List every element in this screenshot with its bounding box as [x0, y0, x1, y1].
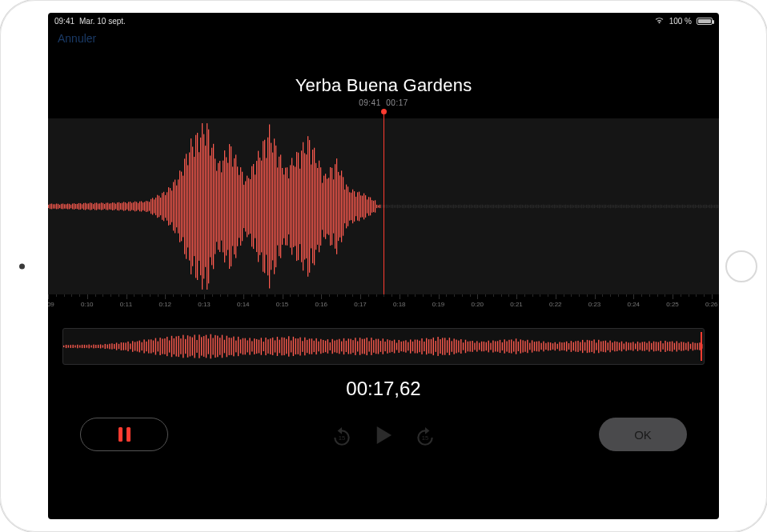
svg-rect-404: [695, 205, 696, 208]
svg-rect-401: [690, 205, 691, 208]
svg-rect-150: [288, 178, 289, 234]
svg-rect-537: [332, 339, 333, 354]
pause-button[interactable]: [80, 418, 168, 451]
home-button[interactable]: [725, 250, 757, 282]
svg-rect-463: [162, 338, 163, 354]
recording-title[interactable]: Yerba Buena Gardens: [48, 75, 719, 96]
svg-rect-414: [711, 205, 712, 209]
svg-rect-646: [582, 340, 583, 353]
svg-rect-563: [392, 341, 392, 352]
skip-back-15-button[interactable]: 15: [331, 426, 352, 447]
svg-rect-213: [389, 206, 390, 208]
svg-rect-471: [180, 338, 181, 354]
svg-rect-46: [122, 203, 122, 210]
svg-rect-4: [54, 204, 55, 208]
svg-rect-305: [536, 205, 537, 209]
svg-rect-189: [351, 193, 351, 220]
svg-rect-221: [402, 205, 403, 208]
svg-rect-95: [200, 138, 201, 275]
time-ruler[interactable]: 0:090:100:110:120:130:140:150:160:170:18…: [48, 294, 719, 315]
svg-rect-610: [500, 340, 500, 353]
svg-rect-283: [501, 205, 502, 207]
svg-rect-348: [605, 205, 606, 208]
svg-rect-695: [695, 343, 696, 350]
svg-rect-72: [163, 192, 164, 221]
svg-rect-265: [472, 205, 473, 207]
svg-rect-442: [114, 344, 114, 349]
svg-rect-662: [619, 342, 620, 350]
svg-rect-284: [503, 205, 504, 208]
svg-rect-193: [357, 192, 358, 220]
svg-rect-125: [248, 178, 249, 235]
svg-rect-218: [397, 205, 398, 209]
svg-rect-405: [697, 206, 697, 208]
svg-rect-154: [295, 167, 295, 246]
svg-rect-447: [125, 342, 126, 350]
svg-rect-390: [673, 205, 673, 208]
svg-rect-118: [237, 166, 238, 246]
svg-rect-86: [186, 154, 187, 258]
svg-rect-684: [669, 342, 670, 351]
svg-rect-92: [195, 135, 196, 278]
svg-rect-477: [194, 334, 195, 358]
cancel-button[interactable]: Annuler: [58, 32, 96, 45]
waveform-main[interactable]: [48, 118, 719, 294]
svg-rect-329: [575, 205, 576, 208]
svg-rect-597: [470, 341, 471, 351]
done-button[interactable]: OK: [599, 418, 687, 451]
svg-rect-176: [330, 167, 331, 246]
svg-rect-594: [463, 342, 464, 350]
ruler-minor-tick: [267, 294, 275, 315]
svg-rect-638: [564, 342, 564, 350]
svg-rect-68: [157, 195, 158, 218]
ipad-frame: 09:41 Mar. 10 sept. 100 % Annuler Yerba …: [0, 0, 767, 532]
svg-rect-285: [504, 205, 505, 208]
svg-rect-281: [498, 205, 499, 209]
svg-rect-90: [192, 146, 193, 266]
svg-rect-368: [637, 205, 638, 209]
svg-rect-421: [66, 345, 66, 348]
svg-rect-279: [495, 205, 496, 207]
svg-rect-36: [106, 203, 106, 210]
svg-rect-254: [455, 205, 456, 208]
svg-rect-70: [160, 198, 161, 215]
ruler-minor-tick: [189, 294, 197, 315]
svg-rect-282: [500, 205, 500, 208]
svg-rect-606: [490, 343, 491, 350]
svg-rect-234: [423, 206, 424, 208]
svg-rect-494: [233, 337, 234, 357]
svg-rect-677: [653, 342, 654, 352]
skip-forward-15-button[interactable]: 15: [415, 426, 436, 447]
svg-rect-593: [460, 339, 461, 354]
svg-rect-313: [549, 205, 550, 208]
status-bar: 09:41 Mar. 10 sept. 100 %: [48, 13, 719, 29]
playhead[interactable]: [384, 112, 384, 301]
play-button[interactable]: [375, 425, 392, 449]
svg-rect-564: [394, 340, 395, 354]
svg-rect-163: [309, 140, 310, 273]
svg-rect-316: [554, 205, 555, 209]
svg-rect-636: [559, 342, 560, 350]
svg-rect-295: [520, 205, 521, 209]
svg-rect-509: [267, 339, 268, 354]
waveform-overview[interactable]: [62, 328, 705, 365]
svg-rect-507: [263, 342, 264, 351]
svg-rect-216: [394, 205, 395, 208]
svg-rect-76: [170, 188, 171, 225]
svg-rect-225: [408, 205, 409, 209]
svg-rect-396: [682, 205, 683, 209]
svg-rect-359: [623, 205, 624, 208]
svg-rect-686: [674, 343, 675, 350]
svg-rect-347: [604, 205, 604, 209]
svg-rect-89: [191, 138, 191, 274]
svg-rect-375: [649, 205, 649, 209]
svg-rect-270: [480, 205, 481, 208]
svg-rect-660: [614, 342, 615, 352]
svg-rect-115: [232, 166, 233, 246]
svg-rect-383: [661, 205, 662, 208]
svg-rect-24: [86, 204, 87, 210]
svg-rect-171: [322, 183, 323, 230]
svg-rect-546: [352, 340, 353, 353]
svg-rect-219: [399, 205, 400, 208]
ruler-minor-tick: [641, 294, 649, 315]
